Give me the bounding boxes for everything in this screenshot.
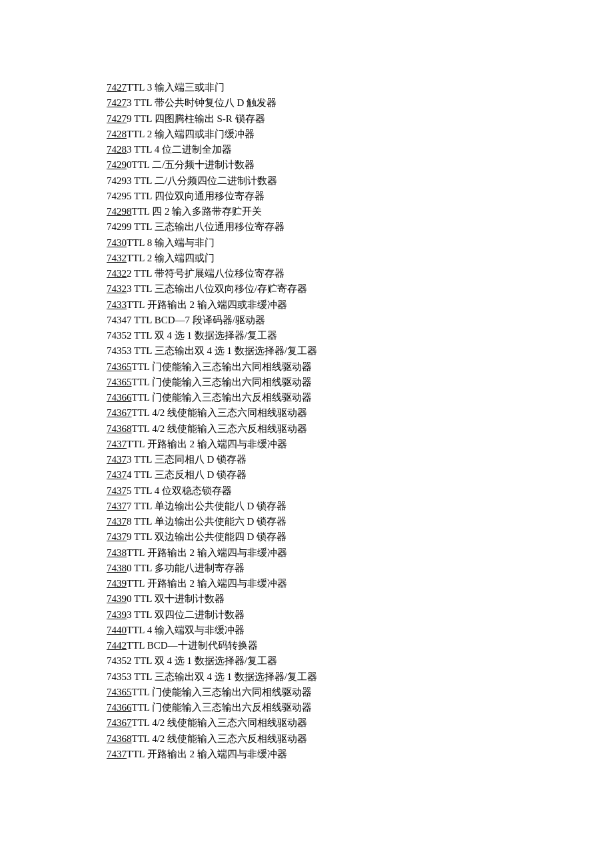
part-description: TTL 4/2 线使能输入三态六同相线驱动器: [132, 407, 308, 418]
part-description: 74353 TTL 三态输出双 4 选 1 数据选择器/复工器: [107, 345, 317, 356]
part-number-link[interactable]: 7439: [107, 593, 127, 604]
part-number-link[interactable]: 74365: [107, 687, 132, 697]
list-item: 74365TTL 门使能输入三态输出六同相线驱动器: [107, 685, 613, 700]
part-description: 0 TTL 双十进制计数器: [127, 593, 225, 604]
list-item: 7428TTL 2 输入端四或非门缓冲器: [107, 127, 613, 142]
part-description: TTL 4 输入端双与非缓冲器: [127, 625, 245, 635]
part-description: TTL BCD—十进制代码转换器: [127, 640, 258, 651]
part-description: TTL 门使能输入三态输出六同相线驱动器: [132, 377, 312, 387]
part-number-link[interactable]: 7439: [107, 609, 127, 620]
part-number-link[interactable]: 7429: [107, 159, 127, 170]
part-description: TTL 四 2 输入多路带存贮开关: [132, 206, 263, 217]
part-number-link[interactable]: 7439: [107, 578, 127, 589]
list-item: 74353 TTL 三态输出双 4 选 1 数据选择器/复工器: [107, 669, 613, 685]
part-description: 2 TTL 带符号扩展端八位移位寄存器: [127, 268, 285, 279]
list-item: 74373 TTL 三态同相八 D 锁存器: [107, 452, 613, 467]
list-item: 7427TTL 3 输入端三或非门: [107, 80, 613, 95]
list-item: 74368TTL 4/2 线使能输入三态六反相线驱动器: [107, 421, 613, 437]
list-item: 7430TTL 8 输入端与非门: [107, 235, 613, 251]
part-number-link[interactable]: 7437: [107, 454, 127, 465]
part-description: TTL 门使能输入三态输出六反相线驱动器: [132, 392, 312, 403]
list-item: 74366TTL 门使能输入三态输出六反相线驱动器: [107, 390, 613, 405]
part-number-link[interactable]: 7437: [107, 469, 127, 480]
part-description: TTL 4/2 线使能输入三态六反相线驱动器: [132, 423, 308, 434]
list-item: 7432TTL 2 输入端四或门: [107, 251, 613, 266]
list-item: 74367TTL 4/2 线使能输入三态六同相线驱动器: [107, 715, 613, 731]
part-number-link[interactable]: 7437: [107, 439, 127, 449]
part-description: 8 TTL 单边输出公共使能六 D 锁存器: [127, 516, 287, 527]
list-item: 74295 TTL 四位双向通用移位寄存器: [107, 189, 613, 204]
list-item: 7439TTL 开路输出 2 输入端四与非缓冲器: [107, 576, 613, 591]
part-description: 74352 TTL 双 4 选 1 数据选择器/复工器: [107, 330, 277, 341]
list-item: 7442TTL BCD—十进制代码转换器: [107, 638, 613, 653]
part-number-link[interactable]: 7430: [107, 237, 127, 248]
part-description: TTL 门使能输入三态输出六同相线驱动器: [132, 687, 312, 697]
part-description: 74295 TTL 四位双向通用移位寄存器: [107, 191, 265, 201]
part-number-link[interactable]: 74365: [107, 377, 132, 387]
part-number-link[interactable]: 7437: [107, 749, 127, 759]
list-item: 7433TTL 开路输出 2 输入端四或非缓冲器: [107, 297, 613, 313]
part-number-link[interactable]: 7440: [107, 625, 127, 635]
part-number-link[interactable]: 74368: [107, 733, 132, 744]
part-description: TTL 4/2 线使能输入三态六反相线驱动器: [132, 733, 308, 744]
part-description: TTL 开路输出 2 输入端四与非缓冲器: [127, 749, 287, 759]
part-description: 3 TTL 双四位二进制计数器: [127, 609, 245, 620]
part-number-link[interactable]: 7432: [107, 268, 127, 279]
part-description: 74353 TTL 三态输出双 4 选 1 数据选择器/复工器: [107, 671, 317, 682]
part-description: 9 TTL 四图腾柱输出 S-R 锁存器: [127, 113, 265, 124]
part-number-link[interactable]: 74366: [107, 702, 132, 713]
list-item: 74375 TTL 4 位双稳态锁存器: [107, 483, 613, 499]
list-item: 74347 TTL BCD—7 段译码器/驱动器: [107, 313, 613, 328]
list-item: 74377 TTL 单边输出公共使能八 D 锁存器: [107, 499, 613, 514]
part-number-link[interactable]: 7427: [107, 82, 127, 93]
part-number-link[interactable]: 7427: [107, 97, 127, 108]
part-number-link[interactable]: 7432: [107, 253, 127, 263]
part-number-link[interactable]: 7437: [107, 531, 127, 542]
part-description: 74293 TTL 二/八分频四位二进制计数器: [107, 175, 277, 186]
part-number-link[interactable]: 7428: [107, 144, 127, 155]
part-number-link[interactable]: 7437: [107, 485, 127, 496]
part-description: 3 TTL 4 位二进制全加器: [127, 144, 232, 155]
list-item: 74365TTL 门使能输入三态输出六同相线驱动器: [107, 375, 613, 390]
part-description: 74299 TTL 三态输出八位通用移位寄存器: [107, 221, 285, 232]
part-number-link[interactable]: 7427: [107, 113, 127, 124]
part-number-link[interactable]: 74368: [107, 423, 132, 434]
part-number-link[interactable]: 74366: [107, 392, 132, 403]
part-description: TTL 2 输入端四或非门缓冲器: [127, 129, 255, 139]
part-description: TTL 2 输入端四或门: [127, 253, 215, 263]
part-number-link[interactable]: 7438: [107, 547, 127, 558]
document-page: 7427TTL 3 输入端三或非门74273 TTL 带公共时钟复位八 D 触发…: [0, 0, 613, 842]
part-number-link[interactable]: 74367: [107, 717, 132, 728]
part-number-link[interactable]: 74365: [107, 361, 132, 372]
part-description: TTL 4/2 线使能输入三态六同相线驱动器: [132, 717, 308, 728]
list-item: 7440TTL 4 输入端双与非缓冲器: [107, 623, 613, 638]
part-description: TTL 门使能输入三态输出六反相线驱动器: [132, 702, 312, 713]
part-description: TTL 8 输入端与非门: [127, 237, 215, 248]
part-description: TTL 开路输出 2 输入端四或非缓冲器: [127, 299, 287, 310]
part-number-link[interactable]: 7437: [107, 501, 127, 511]
list-item: 74293 TTL 二/八分频四位二进制计数器: [107, 173, 613, 189]
part-number-link[interactable]: 7442: [107, 640, 127, 651]
part-number-link[interactable]: 74298: [107, 206, 132, 217]
part-description: 3 TTL 三态输出八位双向移位/存贮寄存器: [127, 283, 307, 294]
list-item: 74299 TTL 三态输出八位通用移位寄存器: [107, 219, 613, 235]
part-description: 0 TTL 多功能八进制寄存器: [127, 563, 245, 573]
part-number-link[interactable]: 7432: [107, 283, 127, 294]
list-item: 74379 TTL 双边输出公共使能四 D 锁存器: [107, 529, 613, 545]
list-item: 74368TTL 4/2 线使能输入三态六反相线驱动器: [107, 731, 613, 747]
list-item: 74365TTL 门使能输入三态输出六同相线驱动器: [107, 359, 613, 375]
part-description: TTL 门使能输入三态输出六同相线驱动器: [132, 361, 312, 372]
part-number-link[interactable]: 7433: [107, 299, 127, 310]
part-number-link[interactable]: 7428: [107, 129, 127, 139]
part-description: 7 TTL 单边输出公共使能八 D 锁存器: [127, 501, 287, 511]
part-number-link[interactable]: 7437: [107, 516, 127, 527]
part-number-link[interactable]: 74367: [107, 407, 132, 418]
part-description: TTL 3 输入端三或非门: [127, 82, 225, 93]
part-description: 4 TTL 三态反相八 D 锁存器: [127, 469, 247, 480]
part-description: TTL 开路输出 2 输入端四与非缓冲器: [127, 547, 287, 558]
list-item: 74273 TTL 带公共时钟复位八 D 触发器: [107, 95, 613, 111]
list-item: 74298TTL 四 2 输入多路带存贮开关: [107, 204, 613, 219]
part-description: TTL 开路输出 2 输入端四与非缓冲器: [127, 439, 287, 449]
part-description: 74352 TTL 双 4 选 1 数据选择器/复工器: [107, 655, 277, 666]
part-number-link[interactable]: 7438: [107, 563, 127, 573]
